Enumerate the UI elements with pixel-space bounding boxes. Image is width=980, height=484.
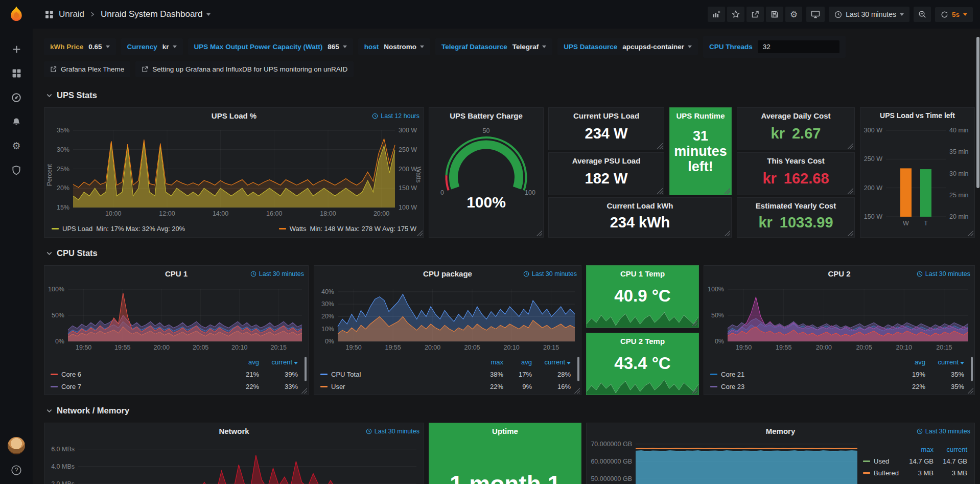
series-color-icon — [279, 228, 286, 229]
panel-time-override[interactable]: Last 30 minutes — [250, 270, 304, 278]
panel-resize-handle[interactable] — [536, 230, 542, 236]
panel-title[interactable]: Current Load kWh — [549, 201, 731, 210]
panel-time-override[interactable]: Last 30 minutes — [523, 270, 577, 278]
zoom-out-button[interactable] — [914, 7, 931, 22]
page-scrollbar-thumb[interactable] — [976, 37, 979, 188]
panel-title[interactable]: CPU 1 Temp — [587, 269, 698, 278]
network-chart[interactable]: 2.0 MBs4.0 MBs6.0 MBs — [44, 439, 424, 484]
panel-current-ups-load: Current UPS Load 234 W — [548, 107, 664, 150]
clock-icon — [372, 113, 378, 119]
create-plus-icon[interactable] — [12, 44, 21, 54]
panel-title[interactable]: Current UPS Load — [549, 111, 664, 120]
refresh-button[interactable]: 5s — [935, 7, 973, 22]
panel-title[interactable]: UPS Runtime — [670, 111, 731, 120]
cycle-view-monitor-button[interactable] — [806, 7, 825, 22]
panel-time-override[interactable]: Last 30 minutes — [366, 428, 419, 435]
panel-title[interactable]: UPS Load % — [44, 111, 424, 120]
save-button[interactable] — [766, 7, 783, 22]
help-icon[interactable]: ? — [11, 465, 22, 476]
alerting-bell-icon[interactable] — [11, 117, 21, 127]
svg-text:10%: 10% — [321, 326, 334, 333]
panel-resize-handle[interactable] — [847, 143, 853, 149]
variable-value-dropdown[interactable]: kr — [162, 43, 177, 51]
series-color-icon — [52, 228, 59, 229]
cpu-threads-input[interactable]: 32 — [758, 40, 839, 53]
panel-title[interactable]: Average PSU Load — [549, 156, 664, 165]
svg-text:T: T — [924, 220, 928, 227]
cpu-package-chart[interactable]: 0%10%20%30%40%19:5019:5520:0020:0520:102… — [314, 281, 581, 353]
share-button[interactable] — [746, 7, 764, 22]
dashboards-icon[interactable] — [12, 68, 21, 78]
ups-load-vs-time-chart[interactable]: 150 W200 W250 W300 W20 min25 min30 min35… — [860, 123, 974, 237]
variable-value-dropdown[interactable]: 865 — [328, 43, 347, 51]
panel-resize-handle[interactable] — [847, 188, 853, 194]
variable-currency: Currency kr — [121, 38, 183, 55]
legend-item[interactable]: UPS Load Min: 17% Max: 32% Avg: 20% — [52, 225, 185, 233]
panel-uptime: Uptime 1 month 1 — [429, 423, 581, 484]
legend-row: Buffered 3 MB 3 MB — [859, 467, 971, 479]
svg-text:40%: 40% — [321, 288, 334, 295]
user-avatar[interactable] — [8, 437, 25, 454]
svg-text:20:05: 20:05 — [193, 344, 208, 351]
svg-text:40 min: 40 min — [949, 127, 969, 134]
panel-time-override[interactable]: Last 30 minutes — [917, 428, 970, 435]
panel-time-override[interactable]: Last 12 hours — [372, 112, 419, 120]
panel-title[interactable]: Average Daily Cost — [737, 111, 854, 120]
variable-value-dropdown[interactable]: Nostromo — [384, 43, 424, 51]
panel-title[interactable]: This Years Cost — [737, 156, 854, 165]
panel-title[interactable]: Uptime — [429, 427, 581, 435]
chevron-down-icon — [46, 92, 53, 99]
star-button[interactable] — [727, 7, 744, 22]
variable-ups-datasource: UPS Datasource apcupsd-container — [557, 38, 698, 55]
dashboard-link-plex-theme[interactable]: Grafana Plex Theme — [44, 61, 130, 77]
cpu1-chart[interactable]: 0%50%100%19:5019:5520:0020:0520:1020:15 — [44, 281, 308, 353]
ups-load-chart[interactable]: 15%20%25%30%35%100 W150 W200 W250 W300 W… — [44, 123, 424, 220]
svg-text:20:00: 20:00 — [154, 344, 170, 351]
svg-text:19:55: 19:55 — [776, 344, 791, 351]
panel-resize-handle[interactable] — [657, 143, 663, 149]
refresh-interval[interactable]: 5s — [952, 11, 960, 18]
panel-title[interactable]: UPS Battery Charge — [429, 111, 543, 120]
configuration-gear-icon[interactable]: ⚙ — [12, 142, 20, 151]
variable-value-dropdown[interactable]: 0.65 — [88, 43, 109, 51]
panel-resize-handle[interactable] — [724, 188, 730, 194]
legend-scrollbar[interactable] — [971, 357, 973, 381]
panel-title[interactable]: UPS Load vs Time left — [860, 111, 974, 120]
svg-text:20:10: 20:10 — [503, 344, 519, 351]
svg-text:19:55: 19:55 — [114, 344, 130, 351]
dashboard-title-dropdown[interactable]: Unraid System Dashboard — [101, 9, 211, 19]
panel-estimated-yearly-cost: Estimated Yearly Cost kr1033.99 — [737, 197, 855, 238]
variable-telegraf-datasource: Telegraf Datasource Telegraf — [435, 38, 552, 55]
explore-compass-icon[interactable] — [11, 93, 21, 103]
variable-value-dropdown[interactable]: apcupsd-container — [622, 43, 692, 51]
time-picker-button[interactable]: Last 30 minutes — [829, 7, 909, 22]
panel-title[interactable]: Estimated Yearly Cost — [737, 201, 854, 210]
svg-text:35 min: 35 min — [949, 148, 969, 155]
variable-kwh-price: kWh Price 0.65 — [44, 38, 116, 55]
legend-scrollbar[interactable] — [305, 357, 307, 381]
panel-time-override[interactable]: Last 30 minutes — [917, 270, 970, 278]
section-network-memory[interactable]: Network / Memory — [46, 406, 129, 416]
variable-label: host — [364, 43, 379, 51]
svg-text:19:55: 19:55 — [385, 344, 401, 351]
legend-item[interactable]: Watts Min: 148 W Max: 278 W Avg: 175 W — [279, 225, 416, 233]
memory-chart[interactable]: 50.000000 GB60.000000 GB70.000000 GB — [587, 439, 862, 484]
stat-value: 182 W — [549, 170, 664, 187]
section-cpu-stats[interactable]: CPU Stats — [46, 248, 98, 258]
dashboard-link-ups-guide[interactable]: Setting up Grafana and InfluxDB for UPS … — [135, 61, 354, 77]
panel-title[interactable]: CPU 2 Temp — [587, 337, 698, 345]
grafana-logo-icon[interactable] — [7, 5, 26, 24]
svg-text:150 W: 150 W — [399, 185, 417, 192]
section-ups-stats[interactable]: UPS Stats — [46, 90, 97, 100]
time-range-label: Last 30 minutes — [846, 10, 896, 18]
add-panel-button[interactable] — [708, 7, 725, 22]
memory-legend: max current Used 14.7 GB 14.7 GB Buffere… — [859, 444, 971, 479]
legend-row: Core 21 19% 35% — [704, 368, 974, 380]
breadcrumb-app[interactable]: Unraid — [59, 9, 84, 19]
legend-scrollbar[interactable] — [577, 357, 579, 381]
cpu2-chart[interactable]: 0%50%100%19:5019:5520:0020:0520:1020:15 — [704, 281, 974, 353]
server-admin-shield-icon[interactable] — [11, 165, 21, 175]
variable-value-dropdown[interactable]: Telegraf — [512, 43, 547, 51]
panel-resize-handle[interactable] — [657, 188, 663, 194]
dashboard-settings-button[interactable]: ⚙ — [785, 7, 802, 22]
